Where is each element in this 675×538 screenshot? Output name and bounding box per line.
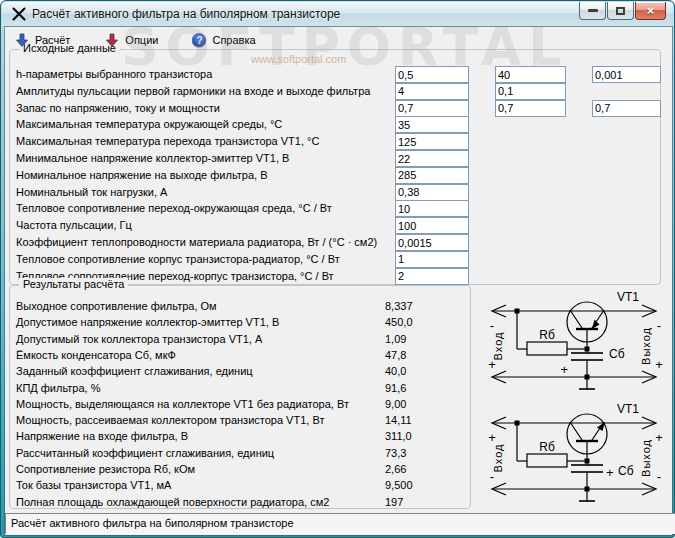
svg-text:Выход: Выход <box>640 439 652 477</box>
svg-text:-: - <box>657 469 661 484</box>
result-value: 47,8 <box>385 349 406 361</box>
input-row-label: Запас по напряжению, току и мощности <box>16 102 220 114</box>
window-title: Расчёт активного фильтра на биполярном т… <box>32 7 340 21</box>
app-window: Расчёт активного фильтра на биполярном т… <box>0 0 675 538</box>
svg-text:+: + <box>606 465 614 480</box>
input-field-r5-c1[interactable] <box>395 133 469 150</box>
input-field-r9-c1[interactable] <box>395 200 469 217</box>
svg-text:Rб: Rб <box>539 440 555 454</box>
result-value: 197 <box>385 496 403 508</box>
minimize-icon <box>588 9 598 12</box>
circuit-diagram-npn: VT1RбСб+Вход+-Выход+- <box>479 401 669 511</box>
svg-text:-: - <box>657 318 661 333</box>
maximize-button[interactable] <box>607 2 634 20</box>
result-value: 9,00 <box>385 398 406 410</box>
result-row-label: Ёмкость конденсатора Сб, мкФ <box>16 349 176 361</box>
toolbar-item-label: Расчёт <box>35 34 70 46</box>
result-row-label: Заданный коэффициент сглаживания, единиц <box>16 365 253 377</box>
minimize-button[interactable] <box>579 2 606 20</box>
input-row-label: h-параметры выбранного транзистора <box>16 68 212 80</box>
svg-text:+: + <box>655 357 663 372</box>
input-row-label: Номинальное напряжение на выходе фильтра… <box>16 169 268 181</box>
input-field-r2-c2[interactable] <box>495 83 566 100</box>
svg-text:Сб: Сб <box>618 464 634 478</box>
input-row-label: Тепловое сопротивление переход-окружающа… <box>16 202 332 214</box>
result-row-label: Выходное сопротивление фильтра, Ом <box>16 300 217 312</box>
toolbar-item-label: Справка <box>212 34 255 46</box>
toolbar-item-3[interactable]: ?Справка <box>187 32 260 48</box>
toolbar-item-1[interactable]: Расчёт <box>9 32 75 49</box>
input-field-r8-c1[interactable] <box>395 184 469 201</box>
result-row-label: Сопротивление резистора Rб, кОм <box>16 463 195 475</box>
toolbar-item-2[interactable]: Опции <box>99 32 163 49</box>
calc-arrow-down-icon <box>14 33 29 48</box>
input-field-r4-c1[interactable] <box>395 116 469 133</box>
input-field-r12-c1[interactable] <box>395 251 469 268</box>
toolbar: РасчётОпции?Справка <box>9 29 261 51</box>
titlebar[interactable]: Расчёт активного фильтра на биполярном т… <box>2 2 673 26</box>
input-row-label: Амплитуды пульсации первой гармоники на … <box>16 85 370 97</box>
result-row-label: Рассчитанный коэффициент сглаживания, ед… <box>16 447 274 459</box>
svg-text:-: - <box>490 469 494 484</box>
svg-text:Rб: Rб <box>539 328 555 342</box>
status-bar: Расчёт активного фильтра на биполярном т… <box>5 513 675 534</box>
result-row-label: Ток базы транзистора VT1, мА <box>16 479 171 491</box>
input-field-r6-c1[interactable] <box>395 150 469 167</box>
input-field-r7-c1[interactable] <box>395 167 469 184</box>
svg-text:Выход: Выход <box>640 327 652 365</box>
result-row-label: Мощность, выделяющаяся на коллекторе VT1… <box>16 398 349 410</box>
input-row-label: Максимальная температура окружающей сред… <box>16 118 282 130</box>
circuit-diagram-pnp: VT1RбСб+Вход-+Выход-+ <box>479 289 669 399</box>
help-icon: ? <box>192 33 206 47</box>
toolbar-item-label: Опции <box>125 34 158 46</box>
input-field-r3-c2[interactable] <box>495 100 566 117</box>
app-icon <box>11 6 27 22</box>
input-field-r3-c1[interactable] <box>395 100 469 117</box>
result-value: 73,3 <box>385 447 406 459</box>
input-field-r1-c1[interactable] <box>395 66 469 83</box>
input-field-r10-c1[interactable] <box>395 217 469 234</box>
input-row-label: Тепловое сопротивление корпус транзистор… <box>16 253 340 265</box>
svg-text:+: + <box>488 357 496 372</box>
status-text: Расчёт активного фильтра на биполярном т… <box>11 517 294 529</box>
close-icon: × <box>647 4 655 17</box>
svg-text:-: - <box>490 318 494 333</box>
result-row-label: Допустимый ток коллектора транзистора VT… <box>16 333 262 345</box>
result-value: 9,500 <box>385 479 413 491</box>
input-row-label: Максимальная температура перехода транзи… <box>16 135 319 147</box>
input-field-r2-c1[interactable] <box>395 83 469 100</box>
result-value: 311,0 <box>385 430 412 442</box>
input-field-r1-c2[interactable] <box>495 66 566 83</box>
result-value: 1,09 <box>385 333 406 345</box>
svg-text:+: + <box>560 362 568 377</box>
result-row-label: Мощность, рассеиваемая коллектором транз… <box>16 414 324 426</box>
svg-text:VT1: VT1 <box>617 290 639 304</box>
maximize-icon <box>616 7 625 15</box>
result-row-label: Допустимое напряжение коллектор-эмиттер … <box>16 316 279 328</box>
result-row-label: КПД фильтра, % <box>16 382 100 394</box>
result-value: 450,0 <box>385 316 413 328</box>
svg-text:+: + <box>488 430 496 445</box>
input-row-label: Частота пульсации, Гц <box>16 219 132 231</box>
input-field-r13-c1[interactable] <box>395 268 469 285</box>
input-row-label: Минимальное напряжение коллектор-эмиттер… <box>16 152 289 164</box>
results-legend: Результаты расчёта <box>19 278 128 290</box>
svg-text:Сб: Сб <box>609 347 625 361</box>
result-row-label: Напряжение на входе фильтра, В <box>16 430 188 442</box>
caption-buttons: × <box>579 2 666 20</box>
input-row-label: Номинальный ток нагрузки, А <box>16 186 167 198</box>
results-groupbox: Результаты расчёта Выходное сопротивлени… <box>9 285 471 509</box>
result-row-label: Полная площадь охлаждающей поверхности р… <box>16 496 329 508</box>
input-field-r1-c3[interactable] <box>592 66 661 83</box>
result-value: 40,0 <box>385 365 406 377</box>
svg-text:+: + <box>655 430 663 445</box>
input-field-r3-c3[interactable] <box>592 100 661 117</box>
inputs-groupbox: Исходные данные h-параметры выбранного т… <box>9 49 661 285</box>
input-field-r11-c1[interactable] <box>395 234 469 251</box>
svg-text:VT1: VT1 <box>617 402 639 416</box>
input-row-label: Коэффициент теплопроводности материала р… <box>16 236 377 248</box>
result-value: 2,66 <box>385 463 406 475</box>
close-button[interactable]: × <box>635 2 666 20</box>
result-value: 8,337 <box>385 300 413 312</box>
client-area: SOFTPORTAL www.softportal.com РасчётОпци… <box>5 27 672 535</box>
